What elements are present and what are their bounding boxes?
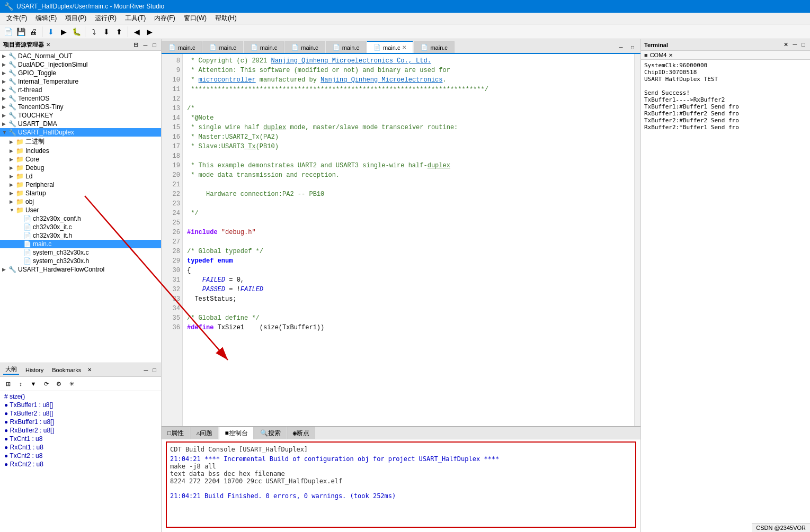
tree-item-User[interactable]: ▼📁User (0, 206, 161, 214)
outline-item[interactable]: ● RxBuffer2 : u8[] (0, 426, 161, 435)
tree-item-obj[interactable]: ▶📁obj (0, 197, 161, 206)
tree-item-DualADC_InjectionSimul[interactable]: ▶🔧DualADC_InjectionSimul (0, 60, 161, 69)
toolbar-forward[interactable]: ▶ (144, 26, 155, 38)
tree-item-ch32v30x_conf_h[interactable]: 📄ch32v30x_conf.h (0, 214, 161, 223)
outline-item[interactable]: # size() (0, 392, 161, 401)
project-explorer-header: 项目资源管理器 ✕ ⊟ ─ □ (0, 39, 161, 51)
editor-tab-1[interactable]: 📄 main.c (162, 41, 202, 53)
outline-filter-btn[interactable]: ▼ (28, 378, 39, 390)
code-area[interactable]: * Copyright (c) 2021 Nanjing Qinheng Mic… (183, 54, 634, 426)
tree-item-label: Startup (25, 190, 46, 197)
toolbar-new[interactable]: 📄 (2, 26, 14, 38)
tree-item-Debug[interactable]: ▶📁Debug (0, 164, 161, 172)
editor-tab-5[interactable]: 📄 main.c (326, 41, 366, 53)
outline-item[interactable]: ● RxCnt2 : u8 (0, 460, 161, 468)
outline-sort-btn[interactable]: ↕ (15, 378, 26, 390)
terminal-max-icon[interactable]: □ (800, 41, 807, 49)
editor-tab-3[interactable]: 📄 main.c (244, 41, 284, 53)
outline-item[interactable]: ● TxCnt2 : u8 (0, 452, 161, 460)
editor-tab-6[interactable]: 📄 main.c ✕ (367, 41, 413, 53)
editor-tab-4[interactable]: 📄 main.c (284, 41, 325, 53)
menu-file[interactable]: 文件(F) (2, 13, 31, 24)
outline-close-icon[interactable]: ✕ (87, 367, 92, 373)
tree-item-label: main.c (33, 240, 51, 248)
outline-collapse-btn[interactable]: ⊞ (2, 378, 14, 390)
pe-minimize-icon[interactable]: ─ (142, 41, 149, 49)
menu-edit[interactable]: 编辑(E) (31, 13, 61, 24)
toolbar-step-into[interactable]: ⬇ (101, 26, 112, 38)
tree-item-Startup[interactable]: ▶📁Startup (0, 189, 161, 197)
tree-item-ch32v30x_it_c[interactable]: 📄ch32v30x_it.c (0, 223, 161, 231)
bottom-tab-problems[interactable]: ⚠问题 (190, 427, 218, 439)
tree-item-Core[interactable]: ▶📁Core (0, 155, 161, 164)
outline-item[interactable]: ● TxBuffer1 : u8[] (0, 401, 161, 409)
pe-close-icon[interactable]: ✕ (46, 42, 50, 48)
menu-run[interactable]: 运行(R) (91, 13, 121, 24)
terminal-min-icon[interactable]: ─ (791, 41, 799, 49)
tree-item-USART_DMA[interactable]: ▶🔧USART_DMA (0, 120, 161, 128)
menu-memory[interactable]: 内存(F) (150, 13, 179, 24)
toolbar-build[interactable]: ⬇ (45, 26, 57, 38)
tree-item-USART_HardwareFlowControl[interactable]: ▶🔧USART_HardwareFlowControl (0, 265, 161, 274)
tree-item-Internal_Temperature[interactable]: ▶🔧Internal_Temperature (0, 77, 161, 86)
pe-maximize-icon[interactable]: □ (151, 41, 158, 49)
tree-item-GPIO_Toggle[interactable]: ▶🔧GPIO_Toggle (0, 69, 161, 77)
outline-item[interactable]: ● RxCnt1 : u8 (0, 443, 161, 452)
tree-item-TencentOS[interactable]: ▶🔧TencentOS (0, 94, 161, 103)
tree-item-TOUCHKEY[interactable]: ▶🔧TOUCHKEY (0, 111, 161, 120)
tree-item-ch32v30x_it_h[interactable]: 📄ch32v30x_it.h (0, 231, 161, 240)
menu-project[interactable]: 项目(P) (61, 13, 91, 24)
toolbar-back[interactable]: ◀ (131, 26, 143, 38)
outline-toolbar: ⊞ ↕ ▼ ⟳ ⚙ ✳ (0, 377, 161, 391)
tab-close-6[interactable]: ✕ (402, 44, 406, 50)
bottom-tab-console[interactable]: ■控制台 (219, 427, 253, 439)
toolbar-step-over[interactable]: ⤵ (88, 26, 100, 38)
pe-collapse-icon[interactable]: ⊟ (132, 41, 140, 49)
title-icon: 🔧 (4, 2, 13, 11)
menu-tools[interactable]: 工具(T) (121, 13, 150, 24)
editor-tabs-minimize[interactable]: ─ (615, 41, 627, 53)
tree-item-rt_thread[interactable]: ▶🔧rt-thread (0, 86, 161, 94)
outline-settings-btn[interactable]: ⚙ (53, 378, 65, 390)
outline-item[interactable]: ● TxBuffer2 : u8[] (0, 409, 161, 418)
com-port-header: ■ COM4 ✕ (641, 51, 810, 60)
tree-item-USART_HalfDuplex[interactable]: ▼🔧USART_HalfDuplex (0, 128, 161, 137)
menu-window[interactable]: 窗口(W) (180, 13, 211, 24)
bottom-tab-search[interactable]: 🔍搜索 (254, 427, 287, 439)
tree-item-system_ch32v30x_h[interactable]: 📄system_ch32v30x.h (0, 257, 161, 265)
code-line: #define TxSize1 (size(TxBuffer1)) (187, 323, 630, 332)
toolbar-run[interactable]: ▶ (58, 26, 69, 38)
tree-item-Includes[interactable]: ▶📁Includes (0, 147, 161, 155)
toolbar-print[interactable]: 🖨 (28, 26, 39, 38)
outline-sync-btn[interactable]: ⟳ (40, 378, 52, 390)
tree-item-TencentOS_Tiny[interactable]: ▶🔧TencentOS-Tiny (0, 103, 161, 111)
outline-item[interactable]: ● RxBuffer1 : u8[] (0, 418, 161, 426)
tree-item-system_ch32v30x_c[interactable]: 📄system_ch32v30x.c (0, 248, 161, 257)
toolbar-debug[interactable]: 🐛 (70, 26, 82, 38)
outline-min-icon[interactable]: ─ (143, 366, 150, 374)
editor-tab-7[interactable]: 📄 main.c (414, 41, 454, 53)
outline-item[interactable]: ● TxCnt1 : u8 (0, 435, 161, 443)
toolbar-sep-3 (128, 26, 128, 37)
menu-help[interactable]: 帮助(H) (211, 13, 241, 24)
terminal-close-icon[interactable]: ✕ (782, 41, 790, 49)
tree-item-___[interactable]: ▶📁二进制 (0, 137, 161, 147)
outline-tab-history[interactable]: History (23, 366, 46, 374)
bottom-tab-properties[interactable]: □属性 (162, 427, 190, 439)
editor-tab-2[interactable]: 📄 main.c (202, 41, 243, 53)
outline-extra-btn[interactable]: ✳ (66, 378, 77, 390)
toolbar-step-out[interactable]: ⬆ (113, 26, 125, 38)
tree-item-Peripheral[interactable]: ▶📁Peripheral (0, 181, 161, 189)
tree-item-Ld[interactable]: ▶📁Ld (0, 172, 161, 181)
toolbar-save[interactable]: 💾 (15, 26, 26, 38)
editor-tabs-maximize[interactable]: □ (627, 41, 638, 53)
tree-item-main_c[interactable]: 📄main.c (0, 240, 161, 248)
editor-scrollbar[interactable] (634, 54, 640, 426)
tree-item-DAC_Normal_OUT[interactable]: ▶🔧DAC_Normal_OUT (0, 52, 161, 60)
project-icon: 🔧 (8, 78, 16, 85)
com-close-icon[interactable]: ✕ (669, 52, 673, 58)
outline-tab-outline[interactable]: 大纲 (3, 365, 19, 375)
bottom-tab-breakpoints[interactable]: ◉断点 (287, 427, 315, 439)
outline-max-icon[interactable]: □ (151, 366, 158, 374)
outline-tab-bookmarks[interactable]: Bookmarks (50, 366, 83, 374)
